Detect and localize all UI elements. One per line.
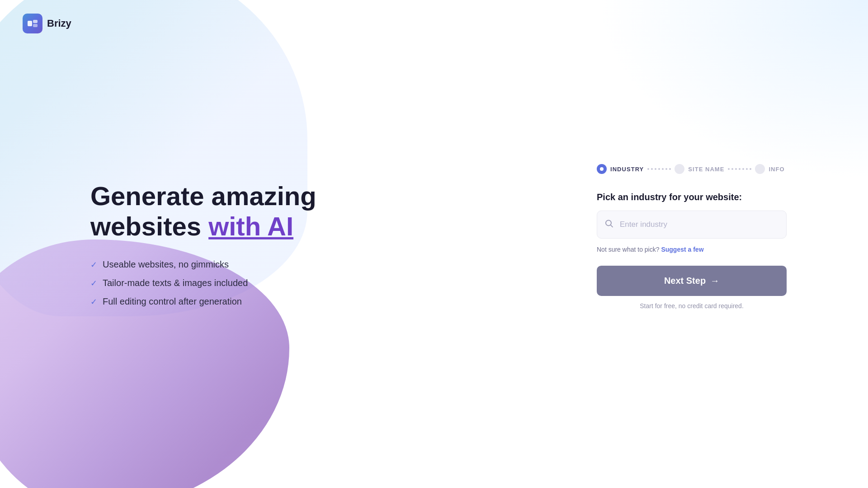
header: Brizy [0,0,868,47]
step-1-circle [597,164,607,174]
features-list: ✓ Useable websites, no gimmicks ✓ Tailor… [90,259,316,307]
svg-line-4 [611,225,613,227]
step-2-circle [675,164,684,174]
logo: Brizy [23,14,71,33]
dot [665,168,667,170]
step-3-circle [755,164,765,174]
feature-item-1: ✓ Useable websites, no gimmicks [90,259,316,270]
next-step-button[interactable]: Next Step → [597,266,787,296]
feature-item-2: ✓ Tailor-made texts & images included [90,278,316,288]
step-3-label: INFO [769,165,784,172]
step-3: INFO [755,164,784,174]
right-panel: INDUSTRY SITE NAME INFO [597,164,787,310]
heading-line1: Generate amazing [90,181,316,211]
search-icon [605,219,613,230]
heading-line2-plain: websites [90,211,208,241]
logo-text: Brizy [47,18,71,29]
suggest-text: Not sure what to pick? Suggest a few [597,246,787,253]
left-content: Generate amazing websites with AI ✓ Usea… [90,181,316,307]
svg-rect-2 [33,24,38,27]
step-dots-2 [728,168,751,170]
step-2: SITE NAME [675,164,724,174]
industry-input[interactable] [597,211,787,239]
dot [731,168,733,170]
step-2-label: SITE NAME [688,165,724,172]
dot [728,168,730,170]
dot [669,168,671,170]
main-heading: Generate amazing websites with AI [90,181,316,241]
dot [651,168,653,170]
svg-rect-0 [28,21,32,26]
next-step-label: Next Step [664,276,706,286]
search-input-wrapper [597,211,787,239]
dot [739,168,741,170]
check-icon-1: ✓ [90,260,97,270]
form-section-label: Pick an industry for your website: [597,192,787,202]
check-icon-3: ✓ [90,297,97,307]
step-1-label: INDUSTRY [610,165,644,172]
arrow-icon: → [710,276,719,286]
heading-highlight: with AI [208,211,293,241]
dot [746,168,748,170]
check-icon-2: ✓ [90,278,97,288]
dot [662,168,664,170]
free-text: Start for free, no credit card required. [597,302,787,310]
dot [647,168,649,170]
step-1: INDUSTRY [597,164,644,174]
dot [658,168,660,170]
logo-icon [23,14,42,33]
svg-rect-1 [33,20,38,23]
dot [655,168,656,170]
step-indicator: INDUSTRY SITE NAME INFO [597,164,787,174]
suggest-link[interactable]: Suggest a few [661,246,703,253]
step-dots-1 [647,168,671,170]
feature-item-3: ✓ Full editing control after generation [90,296,316,307]
dot [750,168,751,170]
dot [742,168,744,170]
dot [735,168,737,170]
